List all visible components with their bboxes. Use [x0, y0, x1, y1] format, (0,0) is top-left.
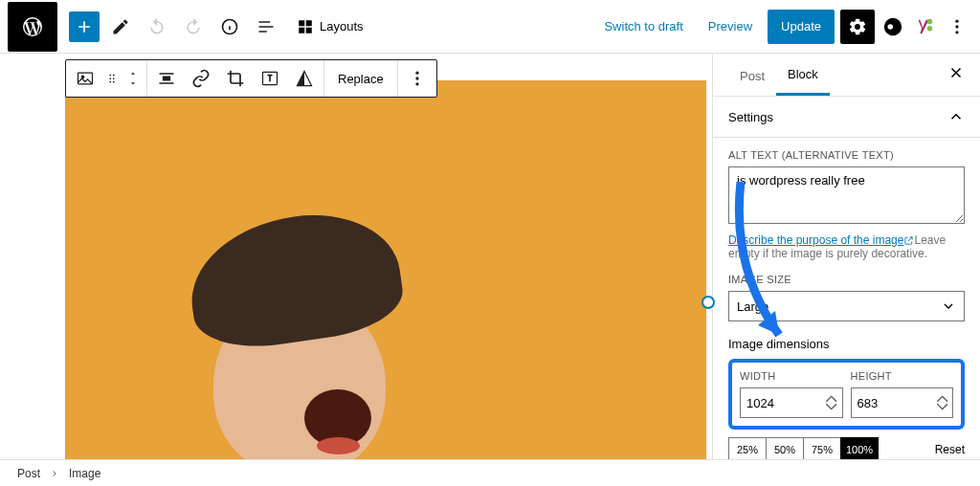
align-button[interactable] — [149, 60, 184, 97]
add-block-button[interactable] — [69, 11, 100, 42]
image-block[interactable] — [65, 80, 706, 486]
undo-button[interactable] — [142, 11, 172, 42]
svg-point-11 — [955, 19, 958, 22]
image-dimensions-panel: WIDTH HEIGHT — [728, 359, 965, 430]
svg-point-19 — [113, 77, 115, 79]
breadcrumb: Post Image — [0, 459, 980, 486]
resize-handle[interactable] — [702, 296, 715, 309]
alt-text-help: Describe the purpose of the imageLeave e… — [728, 233, 965, 260]
height-label: HEIGHT — [851, 370, 954, 382]
breadcrumb-current[interactable]: Image — [69, 467, 100, 480]
edit-mode-button[interactable] — [105, 11, 136, 42]
svg-point-20 — [109, 81, 111, 83]
breadcrumb-root[interactable]: Post — [17, 467, 40, 480]
svg-rect-3 — [299, 20, 304, 26]
tab-post[interactable]: Post — [728, 55, 776, 95]
preview-link[interactable]: Preview — [699, 10, 762, 44]
image-block-icon[interactable] — [68, 60, 102, 97]
chevron-up-icon — [947, 108, 965, 125]
svg-rect-5 — [299, 27, 304, 33]
svg-point-8 — [888, 24, 894, 30]
scale-100-button[interactable]: 100% — [840, 437, 879, 459]
settings-panel-toggle[interactable]: Settings — [728, 108, 965, 125]
svg-point-21 — [113, 81, 115, 83]
block-more-options-button[interactable] — [400, 60, 434, 97]
wordpress-logo[interactable] — [8, 2, 57, 52]
image-size-value: Large — [737, 299, 768, 314]
image-dimensions-label: Image dimensions — [728, 337, 965, 351]
close-sidebar-button[interactable] — [947, 64, 965, 85]
scale-75-button[interactable]: 75% — [803, 437, 841, 459]
settings-gear-button[interactable] — [840, 10, 875, 44]
tab-block[interactable]: Block — [776, 54, 830, 96]
settings-sidebar: Post Block Settings ALT TEXT (ALTERNATIV… — [712, 54, 980, 459]
chevron-down-icon — [941, 298, 956, 314]
svg-point-10 — [927, 26, 933, 32]
svg-point-23 — [415, 72, 418, 75]
text-overlay-button[interactable] — [253, 60, 287, 97]
editor-canvas[interactable]: Replace — [0, 54, 712, 459]
outline-button[interactable] — [251, 11, 281, 42]
plugin-icon-1[interactable] — [880, 14, 905, 39]
svg-point-17 — [113, 75, 115, 77]
switch-to-draft-link[interactable]: Switch to draft — [594, 10, 692, 44]
svg-point-25 — [415, 82, 418, 85]
svg-point-18 — [109, 77, 111, 79]
alt-text-help-link[interactable]: Describe the purpose of the image — [728, 233, 903, 247]
layouts-label: Layouts — [320, 19, 364, 33]
more-options-button[interactable] — [942, 11, 972, 42]
height-input[interactable] — [858, 396, 947, 410]
width-stepper[interactable] — [825, 395, 837, 410]
reset-dimensions-button[interactable]: Reset — [935, 443, 965, 456]
svg-rect-4 — [306, 20, 312, 26]
info-button[interactable] — [214, 11, 245, 42]
block-toolbar: Replace — [65, 59, 437, 98]
svg-point-12 — [955, 25, 958, 28]
alt-text-label: ALT TEXT (ALTERNATIVE TEXT) — [728, 149, 965, 161]
link-button[interactable] — [184, 60, 218, 97]
svg-point-9 — [927, 18, 933, 24]
image-size-label: IMAGE SIZE — [728, 274, 965, 285]
svg-rect-6 — [306, 27, 312, 33]
update-button[interactable]: Update — [768, 10, 835, 44]
yoast-icon[interactable] — [911, 14, 936, 39]
image-size-select[interactable]: Large — [728, 291, 965, 321]
layouts-button[interactable]: Layouts — [287, 11, 373, 42]
replace-button[interactable]: Replace — [326, 60, 395, 97]
scale-25-button[interactable]: 25% — [728, 437, 767, 459]
svg-point-16 — [109, 75, 111, 77]
duotone-button[interactable] — [287, 60, 322, 97]
top-toolbar: Layouts Switch to draft Preview Update — [0, 0, 980, 54]
drag-handle-icon[interactable] — [102, 60, 122, 97]
crop-button[interactable] — [218, 60, 253, 97]
alt-text-input[interactable] — [728, 166, 965, 224]
svg-point-24 — [415, 77, 418, 79]
scale-50-button[interactable]: 50% — [766, 437, 804, 459]
width-input[interactable] — [746, 396, 836, 410]
move-up-down-buttons[interactable] — [122, 60, 145, 97]
chevron-right-icon — [50, 469, 59, 478]
redo-button[interactable] — [178, 11, 209, 42]
height-stepper[interactable] — [936, 395, 948, 410]
settings-label: Settings — [728, 110, 773, 124]
width-label: WIDTH — [740, 370, 843, 382]
svg-point-13 — [955, 31, 958, 33]
